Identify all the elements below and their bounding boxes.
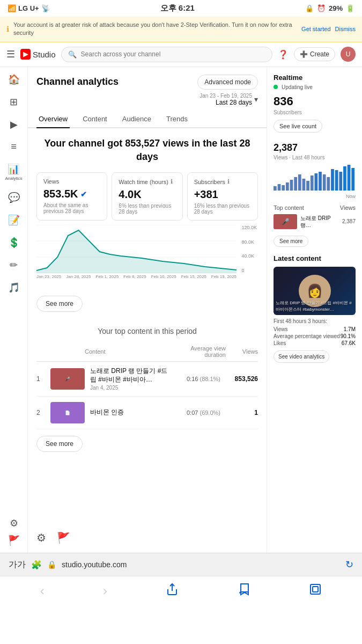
advanced-mode-button[interactable]: Advanced mode <box>197 75 258 90</box>
create-label: Create <box>310 50 329 58</box>
back-button[interactable]: ‹ <box>40 583 45 598</box>
row-info-1: 노래로 DRIP 랭 만들기 #드립 #바비몬 #바비아… Jan 4, 202… <box>90 367 172 391</box>
search-input[interactable] <box>81 50 265 58</box>
top-content-views-heading: Views <box>340 204 356 211</box>
bookmarks-button[interactable] <box>238 583 250 599</box>
hamburger-icon[interactable]: ☰ <box>6 48 15 60</box>
sidebar-item-audio[interactable]: 🎵 <box>8 282 20 294</box>
stat-value-watchtime: 4.0K <box>119 188 175 201</box>
col-header-content: Content <box>85 348 183 355</box>
tab-audience[interactable]: Audience <box>120 111 153 128</box>
top-content-heading: Top content <box>274 204 304 211</box>
top-item-title: 노래로 DRIP 랭… <box>300 215 339 229</box>
svg-rect-23 <box>351 168 354 191</box>
sidebar-item-playlists[interactable]: ≡ <box>11 141 17 152</box>
top-content-item: 🎤 노래로 DRIP 랭… 2,387 <box>274 214 356 229</box>
svg-rect-26 <box>313 587 318 592</box>
sidebar-item-dashboard[interactable]: ⊞ <box>10 96 18 108</box>
yt-logo-text: Studio <box>33 50 56 59</box>
see-video-analytics-button[interactable]: See video analytics <box>274 350 329 363</box>
battery-label: 29% <box>329 4 343 12</box>
latest-stat-likes: Likes 67.6K <box>274 340 356 346</box>
tabs-button[interactable] <box>309 583 322 599</box>
chart-y-label-1: 120.0K <box>241 225 257 230</box>
battery-icon: 🔋 <box>346 4 354 12</box>
stat-note-views: About the same as previous 28 days <box>43 202 100 214</box>
sidebar-item-customize[interactable]: ✏ <box>10 259 18 271</box>
tab-overview[interactable]: Overview <box>36 111 70 128</box>
realtime-views-label: Views · Last 48 hours <box>274 155 356 160</box>
svg-rect-7 <box>286 182 289 191</box>
realtime-subscribers-label: Subscribers <box>274 109 356 115</box>
latest-stat-label-views: Views <box>274 326 288 332</box>
forward-button[interactable]: › <box>103 583 107 598</box>
chart-x-labels: Jan 23, 2025 Jan 28, 2025 Feb 1, 2025 Fe… <box>36 274 258 279</box>
latest-stat-value-views: 1.7M <box>344 326 356 332</box>
content-table: Content Average viewduration Views 1 🎤 노… <box>36 342 258 429</box>
create-button[interactable]: ➕ Create <box>294 47 335 61</box>
sidebar-item-home[interactable]: 🏠 <box>8 74 20 85</box>
date-range[interactable]: Jan 23 - Feb 19, 2025 Last 28 days ▾ <box>28 90 267 106</box>
see-live-count-button[interactable]: See live count <box>274 120 322 133</box>
row-avg-2: 0:07 (69.0%) <box>178 409 220 416</box>
latest-thumb-title: 노래로 DRIP 랭 만들기 #드립 #바비몬 #바비아몬스터 #babymon… <box>276 301 352 312</box>
yt-logo-icon: ▶ <box>20 49 31 60</box>
wifi-icon: 📡 <box>41 4 50 12</box>
stat-note-watchtime: 6% less than previous 28 days <box>119 203 175 215</box>
tab-content[interactable]: Content <box>80 111 109 128</box>
chevron-down-icon: ▾ <box>254 95 258 104</box>
sidebar-item-comments[interactable]: 💬 <box>8 192 20 203</box>
flag-icon[interactable]: 🚩 <box>57 531 70 544</box>
search-bar[interactable]: 🔍 <box>61 47 272 62</box>
realtime-see-more-button[interactable]: See more <box>274 236 308 247</box>
live-label: Updating live <box>282 84 313 90</box>
stat-label-views: Views <box>43 178 100 185</box>
mini-chart <box>274 164 356 191</box>
stat-value-views: 853.5K ✔ <box>43 188 100 200</box>
row-views-1: 853,526 <box>226 375 258 383</box>
dismiss-link[interactable]: Dismiss <box>335 26 356 32</box>
realtime-title: Realtime <box>274 74 356 82</box>
chart-y-label-2: 80.0K <box>241 239 257 245</box>
sidebar-item-subtitles[interactable]: 📝 <box>8 214 20 226</box>
chart-see-more-button[interactable]: See more <box>36 296 83 312</box>
analytics-label: Analytics <box>5 176 22 181</box>
row-info-2: 바비몬 인증 <box>90 408 172 418</box>
stats-headline: Your channel got 853,527 views in the la… <box>36 137 258 164</box>
settings-icon[interactable]: ⚙ <box>36 531 46 544</box>
latest-stat-label-avgpct: Average percentage viewed <box>274 333 340 339</box>
create-icon: ➕ <box>300 50 308 58</box>
page-header: Channel analytics Advanced mode <box>28 67 267 90</box>
get-started-link[interactable]: Get started <box>301 26 330 32</box>
col-header-views: Views <box>226 348 258 355</box>
alarm-icon: ⏰ <box>317 4 326 12</box>
realtime-subscribers: 836 <box>274 94 356 108</box>
refresh-icon[interactable]: ↻ <box>345 559 353 570</box>
sidebar-item-content[interactable]: ▶ <box>10 119 18 130</box>
latest-stat-avgpct: Average percentage viewed 90.1% <box>274 333 356 339</box>
banner-text: Your account is at greater risk of attac… <box>13 21 297 38</box>
table-header: Content Average viewduration Views <box>36 342 258 362</box>
addr-lock-icon: 🔒 <box>47 560 56 569</box>
avatar[interactable]: U <box>341 47 356 62</box>
svg-rect-12 <box>306 181 309 191</box>
content-see-more-button[interactable]: See more <box>36 436 83 452</box>
chart-x-6: Feb 15, 2025 <box>181 274 206 279</box>
latest-stat-views: Views 1.7M <box>274 326 356 332</box>
top-nav: ☰ ▶ Studio 🔍 ❓ ➕ Create U <box>0 42 362 67</box>
row-title-2: 바비몬 인증 <box>90 408 172 417</box>
sidebar-item-feedback[interactable]: 🚩 <box>8 535 20 546</box>
sidebar-item-monetize[interactable]: 💲 <box>8 237 20 248</box>
sidebar-item-analytics[interactable]: 📊 Analytics <box>5 163 22 181</box>
addr-url[interactable]: studio.youtube.com <box>62 560 340 569</box>
stat-note-subscribers: 16% less than previous 28 days <box>194 203 251 215</box>
sidebar-item-settings[interactable]: ⚙ <box>8 517 20 529</box>
latest-stat-value-avgpct: 90.1% <box>341 333 356 339</box>
latest-stat-value-likes: 67.6K <box>342 340 356 346</box>
share-button[interactable] <box>166 583 179 599</box>
svg-rect-15 <box>319 172 322 191</box>
latest-stat-label-likes: Likes <box>274 340 286 346</box>
status-bar: 📶 LG U+ 📡 오후 6:21 🔒 ⏰ 29% 🔋 <box>0 0 362 17</box>
help-icon[interactable]: ❓ <box>278 49 289 60</box>
tab-trends[interactable]: Trends <box>164 111 190 128</box>
